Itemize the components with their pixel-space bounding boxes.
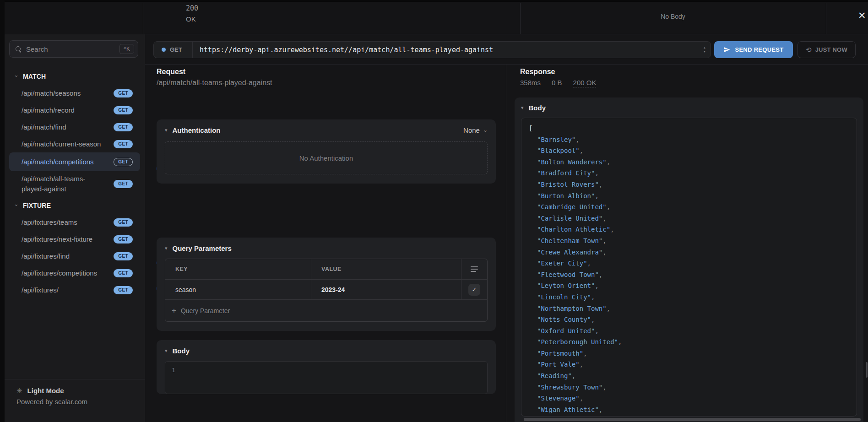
url-input[interactable]: https://derby-api.azurewebsites.net//api…: [193, 46, 700, 54]
sidebar-group-match[interactable]: ⌄MATCH: [5, 68, 145, 85]
request-title: Request: [157, 68, 185, 76]
request-body-card: ▾ Body 1: [157, 340, 496, 394]
powered-by-link[interactable]: Powered by scalar.com: [16, 398, 145, 406]
json-open-bracket: [: [529, 123, 849, 134]
method-badge: GET: [114, 218, 133, 227]
theme-toggle-label: Light Mode: [27, 387, 64, 395]
json-line: "Lincoln City",: [529, 292, 849, 303]
endpoint-path: /api/fixtures/: [22, 286, 59, 294]
json-line: "Port Vale",: [529, 359, 849, 370]
chevron-down-icon: ▾: [165, 245, 168, 251]
send-request-button[interactable]: SEND REQUEST: [714, 41, 793, 58]
chevron-down-icon: ▾: [165, 127, 168, 133]
section-query-parameters[interactable]: ▾ Query Parameters: [157, 238, 496, 259]
json-line: "Bolton Wanderers",: [529, 157, 849, 168]
sidebar-item[interactable]: /api/match/seasonsGET: [9, 85, 140, 102]
add-query-parameter-button[interactable]: + Query Parameter: [165, 299, 487, 321]
endpoint-path: /api/fixtures/find: [22, 252, 70, 260]
endpoint-path: /api/match/all-teams-played-against: [22, 174, 96, 194]
method-badge: GET: [114, 286, 133, 294]
group-label: MATCH: [23, 73, 46, 80]
auth-empty-state: No Authentication: [165, 141, 488, 174]
theme-toggle[interactable]: ✳ Light Mode: [16, 387, 145, 395]
json-line: "Bradford City",: [529, 168, 849, 179]
caret-up-icon[interactable]: ▲: [703, 46, 706, 49]
endpoint-path: /api/fixtures/competitions: [22, 269, 97, 277]
sidebar-group-fixture[interactable]: ⌄FIXTURE: [5, 197, 145, 214]
endpoint-path: /api/match/current-season: [22, 140, 101, 148]
history-button[interactable]: ⟲ JUST NOW: [797, 41, 856, 58]
json-line: "Notts County",: [529, 314, 849, 325]
send-request-label: SEND REQUEST: [735, 46, 783, 53]
close-icon[interactable]: ✕: [858, 10, 866, 21]
response-time: 358ms: [520, 79, 541, 87]
scalar-api-client: 200 OK No Body ✕ GET https://derby-api.a…: [0, 0, 868, 422]
sidebar-item[interactable]: /api/match/competitionsGET: [9, 152, 140, 171]
authentication-card: ▾ Authentication None ⌄ No Authenticatio…: [157, 119, 496, 184]
history-clock-icon: ⟲: [806, 46, 812, 53]
horizontal-scrollbar[interactable]: [524, 418, 861, 421]
param-enabled-checkbox[interactable]: ✓: [468, 284, 480, 296]
history-topbar: 200 OK No Body ✕: [0, 0, 868, 34]
json-line: "Fleetwood Town",: [529, 269, 849, 281]
sidebar-item[interactable]: /api/match/all-teams-played-againstGET: [9, 171, 140, 197]
response-size: 0 B: [552, 79, 562, 87]
section-response-body[interactable]: ▾ Body: [515, 97, 863, 118]
sidebar-item[interactable]: /api/fixtures/competitionsGET: [9, 265, 140, 281]
topbar-divider: [143, 3, 143, 34]
row-options-icon[interactable]: [471, 266, 478, 272]
endpoint-path: /api/fixtures/teams: [22, 218, 77, 226]
json-line: "Bristol Rovers",: [529, 179, 849, 190]
json-line: "Reading",: [529, 370, 849, 382]
chevron-down-icon: ⌄: [14, 73, 19, 77]
method-badge: GET: [114, 252, 133, 260]
caret-down-icon[interactable]: ▼: [703, 50, 706, 53]
history-label: JUST NOW: [815, 46, 847, 53]
auth-type-dropdown[interactable]: None ⌄: [463, 126, 488, 134]
table-row: season 2023-24 ✓: [165, 279, 487, 299]
sidebar-item[interactable]: /api/fixtures/next-fixtureGET: [9, 231, 140, 248]
json-line: "Leyton Orient",: [529, 280, 849, 292]
sidebar-item[interactable]: /api/match/recordGET: [9, 102, 140, 119]
param-key-cell[interactable]: season: [165, 286, 311, 293]
search-icon: [16, 46, 22, 52]
url-spinner[interactable]: ▲ ▼: [700, 46, 709, 53]
method-selector[interactable]: GET: [154, 42, 193, 58]
section-authentication[interactable]: ▾ Authentication None ⌄: [157, 119, 496, 141]
response-json-viewer[interactable]: ["Barnsley","Blackpool","Bolton Wanderer…: [521, 118, 857, 417]
request-path: /api/match/all-teams-played-against: [157, 79, 272, 87]
vertical-scrollbar[interactable]: [866, 362, 868, 378]
endpoint-path: /api/fixtures/next-fixture: [22, 235, 92, 243]
sidebar-item[interactable]: /api/fixtures/teamsGET: [9, 214, 140, 231]
response-body-card: ▾ Body ["Barnsley","Blackpool","Bolton W…: [515, 97, 863, 422]
json-line: "Cambridge United",: [529, 201, 849, 213]
json-line: "Exeter City",: [529, 258, 849, 269]
search-input[interactable]: Search ^K: [9, 40, 138, 58]
request-body-editor[interactable]: 1: [165, 361, 488, 394]
request-url-bar[interactable]: GET https://derby-api.azurewebsites.net/…: [153, 41, 711, 58]
history-status-cell: 200 OK: [186, 3, 198, 24]
json-line: "Oxford United",: [529, 325, 849, 337]
method-badge: GET: [114, 106, 133, 114]
json-line: "Northampton Town",: [529, 303, 849, 314]
table-header-row: KEY VALUE: [165, 259, 487, 279]
query-parameters-table: KEY VALUE season 2023-24 ✓ + Query Param…: [165, 259, 488, 322]
sidebar: Search ^K ⌄MATCH/api/match/seasonsGET/ap…: [5, 34, 145, 422]
sidebar-item[interactable]: /api/match/current-seasonGET: [9, 135, 140, 152]
chevron-down-icon: ⌄: [14, 202, 19, 206]
request-panel: Request /api/match/all-teams-played-agai…: [157, 65, 496, 422]
sidebar-item[interactable]: /api/fixtures/findGET: [9, 248, 140, 265]
json-line: "Carlisle United",: [529, 213, 849, 224]
section-body[interactable]: ▾ Body: [157, 340, 496, 361]
response-status[interactable]: 200 OK: [573, 79, 597, 87]
topbar-divider: [826, 3, 826, 34]
query-parameters-card: ▾ Query Parameters KEY VALUE season 2023…: [157, 238, 496, 331]
json-line: "Shrewsbury Town",: [529, 382, 849, 393]
endpoint-path: /api/match/find: [22, 123, 66, 131]
endpoint-path: /api/match/competitions: [22, 158, 94, 166]
sidebar-item[interactable]: /api/match/findGET: [9, 119, 140, 135]
param-value-cell[interactable]: 2023-24: [311, 280, 461, 299]
sidebar-item[interactable]: /api/fixtures/GET: [9, 281, 140, 298]
json-line: "Crewe Alexandra",: [529, 247, 849, 258]
key-column-header: KEY: [165, 266, 311, 272]
